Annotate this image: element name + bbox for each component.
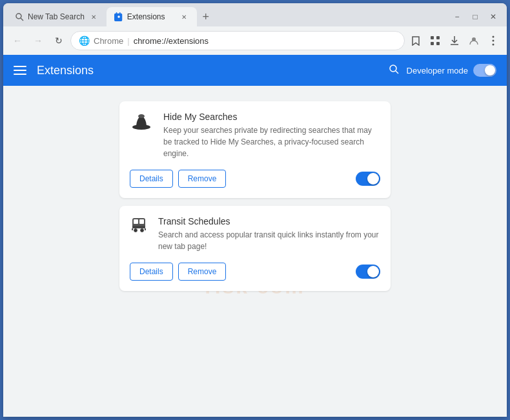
browser-window: New Tab Search ✕ Extensions ✕ + − □ ✕ ← … [3,3,507,417]
window-controls: − □ ✕ [449,7,507,26]
tab-1-close[interactable]: ✕ [88,12,99,22]
tab-extensions-icon [114,12,123,21]
menu-icon[interactable] [485,32,502,49]
card-top-1: Hide My Searches Keep your searches priv… [130,112,380,159]
svg-rect-3 [436,36,440,39]
transit-schedules-icon [130,216,148,234]
svg-rect-17 [134,219,138,224]
bookmark-icon[interactable] [407,32,424,49]
extensions-header: Extensions Developer mode [3,55,507,86]
card-bottom-2: Details Remove [130,263,380,281]
extensions-title: Extensions [37,64,389,77]
details-button-1[interactable]: Details [130,170,173,188]
svg-rect-4 [431,42,434,45]
new-tab-button[interactable]: + [197,8,215,26]
developer-mode-area: Developer mode [389,64,496,77]
ext-name-1: Hide My Searches [163,112,380,122]
developer-mode-label: Developer mode [407,66,468,75]
maximize-button[interactable]: □ [467,10,484,23]
tab-2-close[interactable]: ✕ [179,12,189,22]
svg-rect-2 [431,36,434,39]
main-content: risk·com Hide My Searches [3,86,507,417]
svg-point-8 [493,40,495,42]
address-protocol: Chrome [94,36,123,46]
ext-name-2: Transit Schedules [158,216,380,226]
ext-info-2: Transit Schedules Search and access popu… [158,216,380,252]
extension-card-hide-my-searches: Hide My Searches Keep your searches priv… [119,101,391,198]
svg-rect-5 [436,42,440,45]
tab-extensions[interactable]: Extensions ✕ [107,7,197,26]
tab-new-tab-search[interactable]: New Tab Search ✕ [7,7,107,26]
svg-point-21 [141,229,144,232]
hide-my-searches-icon [130,112,153,130]
toggle-knob-1 [367,173,379,185]
close-button[interactable]: ✕ [485,10,502,23]
user-avatar[interactable] [465,32,482,49]
svg-point-20 [134,229,138,232]
svg-point-10 [390,65,396,72]
svg-rect-19 [132,226,145,228]
svg-rect-18 [139,219,144,224]
tab-2-label: Extensions [127,12,175,21]
toggle-knob-2 [367,266,379,277]
reload-button[interactable]: ↻ [50,32,68,50]
back-button[interactable]: ← [8,32,26,50]
svg-line-11 [396,71,398,74]
address-url: chrome://extensions [134,36,396,46]
card-bottom-1: Details Remove [130,170,380,188]
address-box[interactable]: 🌐 Chrome | chrome://extensions [70,31,405,50]
svg-line-1 [21,18,23,21]
tab-search-icon [15,12,24,21]
extensions-toolbar-icon[interactable] [427,32,444,49]
forward-button[interactable]: → [29,32,47,50]
toggle-1[interactable] [356,172,380,186]
globe-icon: 🌐 [79,35,90,46]
address-separator: | [127,36,129,46]
remove-button-1[interactable]: Remove [178,170,227,188]
title-bar: New Tab Search ✕ Extensions ✕ + − □ ✕ [3,3,507,26]
ext-desc-1: Keep your searches private by redirectin… [163,125,380,159]
address-bar-row: ← → ↻ 🌐 Chrome | chrome://extensions [3,26,507,55]
card-top-2: Transit Schedules Search and access popu… [130,216,380,252]
hamburger-menu[interactable] [14,66,26,75]
svg-point-15 [138,114,145,118]
address-right-icons [407,32,502,49]
minimize-button[interactable]: − [449,10,465,23]
svg-point-0 [16,14,21,19]
extensions-list: Hide My Searches Keep your searches priv… [119,101,391,291]
svg-point-9 [493,44,495,46]
download-icon[interactable] [446,32,463,49]
extension-card-transit-schedules: Transit Schedules Search and access popu… [119,206,391,291]
details-button-2[interactable]: Details [130,263,173,281]
ext-info-1: Hide My Searches Keep your searches priv… [163,112,380,159]
header-search-icon[interactable] [389,64,399,77]
remove-button-2[interactable]: Remove [178,263,227,281]
developer-mode-toggle[interactable] [473,64,496,77]
toggle-knob [485,65,495,75]
toggle-2[interactable] [356,265,380,279]
svg-point-7 [493,36,495,38]
tab-1-label: New Tab Search [28,12,85,21]
ext-desc-2: Search and access popular transit quick … [158,229,380,252]
